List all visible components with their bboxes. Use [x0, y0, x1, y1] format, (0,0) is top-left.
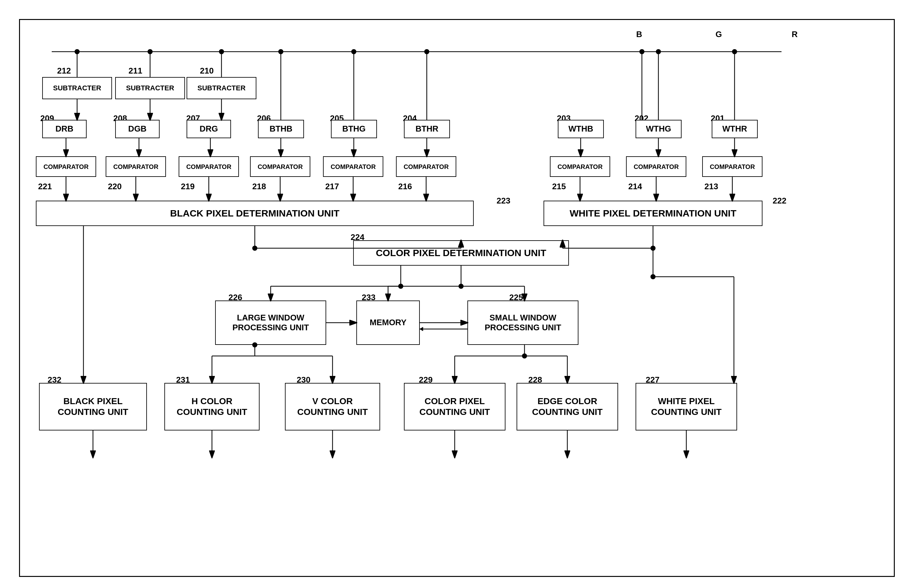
- subtracter-210: SUBTRACTER: [186, 77, 256, 99]
- svg-point-59: [458, 284, 463, 289]
- ref-214: 214: [628, 182, 643, 191]
- comparator-216: COMPARATOR: [396, 156, 456, 177]
- ref-215: 215: [551, 182, 566, 191]
- svg-point-45: [252, 246, 257, 251]
- ref-223: 223: [496, 196, 511, 206]
- comparator-217: COMPARATOR: [323, 156, 383, 177]
- reg-WTHB: WTHB: [558, 120, 604, 138]
- comparator-218: COMPARATOR: [250, 156, 310, 177]
- memory: MEMORY: [356, 300, 420, 345]
- ref-212: 212: [57, 66, 71, 76]
- h-color-count: H COLORCOUNTING UNIT: [164, 383, 259, 430]
- subtracter-212: SUBTRACTER: [42, 77, 112, 99]
- small-window: SMALL WINDOWPROCESSING UNIT: [467, 300, 578, 345]
- black-pixel-det: BLACK PIXEL DETERMINATION UNIT: [36, 201, 474, 226]
- ref-210: 210: [199, 66, 214, 76]
- ref-221: 221: [37, 182, 52, 191]
- svg-point-77: [522, 354, 527, 359]
- ref-218: 218: [252, 182, 267, 191]
- reg-DRB: DRB: [42, 120, 87, 138]
- color-pixel-det: COLOR PIXEL DETERMINATION UNIT: [353, 240, 569, 266]
- reg-WTHG: WTHG: [635, 120, 682, 138]
- reg-BTHG: BTHG: [331, 120, 377, 138]
- ref-211: 211: [128, 66, 143, 76]
- reg-BTHR: BTHR: [404, 120, 450, 138]
- reg-DRG: DRG: [186, 120, 231, 138]
- ref-213: 213: [704, 182, 719, 191]
- svg-marker-67: [420, 327, 423, 331]
- svg-point-48: [650, 246, 656, 251]
- subtracter-211: SUBTRACTER: [115, 77, 185, 99]
- ref-217: 217: [325, 182, 340, 191]
- diagram-lines: [20, 20, 894, 576]
- label-R: R: [791, 29, 798, 39]
- reg-DGB: DGB: [115, 120, 160, 138]
- svg-point-57: [398, 284, 403, 289]
- svg-point-7: [732, 49, 737, 54]
- large-window: LARGE WINDOWPROCESSING UNIT: [215, 300, 326, 345]
- svg-point-13: [424, 49, 429, 54]
- label-G: G: [715, 29, 723, 39]
- svg-point-19: [219, 49, 224, 54]
- comparator-213: COMPARATOR: [702, 156, 763, 177]
- comparator-214: COMPARATOR: [626, 156, 686, 177]
- v-color-count: V COLORCOUNTING UNIT: [285, 383, 380, 430]
- diagram-container: B G R 212 SUBTRACTER 211 SUBTRACTER 210 …: [19, 19, 895, 577]
- ref-219: 219: [180, 182, 195, 191]
- color-pixel-count: COLOR PIXELCOUNTING UNIT: [404, 383, 505, 430]
- black-pixel-count: BLACK PIXELCOUNTING UNIT: [39, 383, 147, 430]
- label-B: B: [635, 29, 643, 39]
- svg-point-11: [351, 49, 356, 54]
- ref-216: 216: [398, 182, 413, 191]
- svg-point-9: [278, 49, 284, 54]
- reg-BTHB: BTHB: [258, 120, 304, 138]
- comparator-215: COMPARATOR: [550, 156, 610, 177]
- edge-color-count: EDGE COLORCOUNTING UNIT: [517, 383, 618, 430]
- svg-point-53: [650, 274, 656, 279]
- white-pixel-det: WHITE PIXEL DETERMINATION UNIT: [544, 201, 763, 226]
- svg-point-15: [75, 49, 79, 54]
- white-pixel-count: WHITE PIXELCOUNTING UNIT: [635, 383, 737, 430]
- reg-WTHR: WTHR: [712, 120, 758, 138]
- svg-point-17: [147, 49, 152, 54]
- comparator-220: COMPARATOR: [106, 156, 166, 177]
- ref-222: 222: [772, 196, 787, 206]
- ref-220: 220: [107, 182, 122, 191]
- svg-point-5: [656, 49, 661, 54]
- comparator-221: COMPARATOR: [36, 156, 96, 177]
- svg-point-3: [639, 49, 645, 54]
- comparator-219: COMPARATOR: [179, 156, 239, 177]
